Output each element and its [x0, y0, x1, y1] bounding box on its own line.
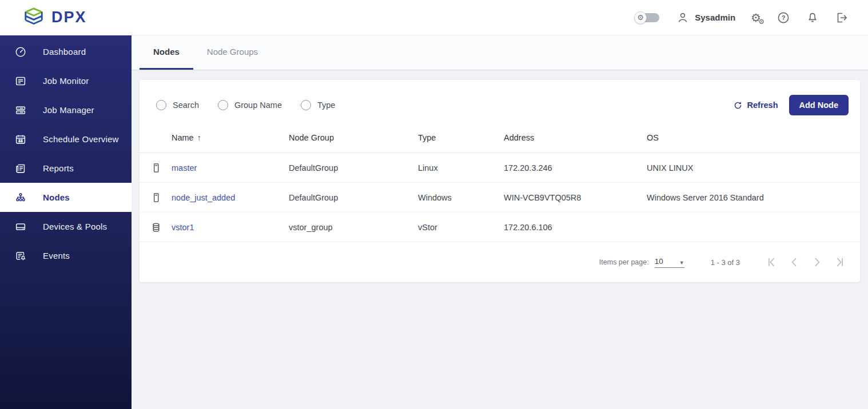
sidebar-item-label: Events [43, 251, 70, 260]
help-icon[interactable]: ? [777, 11, 790, 25]
column-header-node-group[interactable]: Node Group [289, 133, 418, 142]
tab-bar: Nodes Node Groups [132, 35, 868, 70]
node-group-cell: DefaultGroup [289, 163, 418, 173]
add-node-button[interactable]: Add Node [789, 95, 849, 115]
radio-circle-icon [301, 100, 311, 110]
node-address-cell: 172.20.6.106 [504, 223, 647, 232]
refresh-button[interactable]: Refresh [733, 101, 778, 110]
settings-small-gear-icon: ⚙ [758, 18, 765, 25]
items-per-page-select[interactable]: 10 ▼ [655, 257, 684, 268]
first-page-button[interactable] [764, 255, 779, 270]
tab-node-groups[interactable]: Node Groups [193, 35, 272, 70]
sidebar-item-label: Dashboard [43, 47, 86, 57]
node-group-cell: vstor_group [289, 223, 418, 232]
sidebar-item-label: Schedule Overview [43, 134, 119, 144]
sidebar-item-job-monitor[interactable]: Job Monitor [0, 66, 132, 95]
pagination-nav [764, 255, 847, 270]
user-menu[interactable]: Sysadmin [676, 11, 735, 25]
column-header-type[interactable]: Type [418, 133, 504, 142]
node-name-link[interactable]: vstor1 [172, 223, 289, 232]
last-page-button[interactable] [833, 255, 847, 270]
sidebar-item-dashboard[interactable]: Dashboard [0, 37, 132, 66]
table-row[interactable]: master DefaultGroup Linux 172.20.3.246 U… [140, 153, 860, 183]
database-icon [150, 221, 172, 234]
filter-row: Search Group Name Type Refresh Add Node [140, 95, 860, 115]
tab-nodes[interactable]: Nodes [140, 35, 193, 70]
radio-label: Search [173, 101, 199, 110]
sitemap-icon [14, 191, 27, 204]
sidebar-item-job-manager[interactable]: Job Manager [0, 95, 132, 125]
column-header-os[interactable]: OS [647, 133, 860, 142]
logo-text: DPX [51, 9, 87, 26]
node-os-cell: UNIX LINUX [647, 163, 860, 173]
app-logo[interactable]: DPX [22, 7, 87, 29]
items-per-page-label: Items per page: [599, 258, 649, 266]
nodes-panel: Search Group Name Type Refresh Add Node [140, 80, 860, 282]
sidebar-item-label: Job Manager [43, 105, 94, 115]
sidebar-item-events[interactable]: Events [0, 241, 132, 270]
radio-label: Type [317, 101, 335, 110]
node-type-cell: vStor [418, 223, 504, 232]
logout-icon[interactable] [835, 11, 849, 25]
svg-text:?: ? [782, 14, 786, 21]
table-header-row: Name ↑ Node Group Type Address OS [140, 123, 860, 153]
node-name-link[interactable]: node_just_added [172, 193, 289, 202]
stacked-bars-icon [14, 104, 27, 117]
pagination-bar: Items per page: 10 ▼ 1 - 3 of 3 [140, 242, 860, 282]
toggle-gear-icon: ⚙ [634, 11, 647, 24]
sidebar-item-label: Reports [43, 163, 74, 173]
list-bell-icon [14, 250, 27, 262]
user-icon [676, 11, 690, 25]
node-address-cell: WIN-VCB9VTQ05R8 [504, 193, 647, 202]
server-icon [150, 162, 172, 174]
pagination-range: 1 - 3 of 3 [711, 258, 740, 267]
items-per-page-value: 10 [655, 257, 663, 266]
sidebar-item-reports[interactable]: Reports [0, 154, 132, 183]
sidebar-item-schedule-overview[interactable]: Schedule Overview [0, 125, 132, 154]
table-row[interactable]: vstor1 vstor_group vStor 172.20.6.106 [140, 212, 860, 242]
notifications-icon[interactable] [806, 11, 819, 25]
topbar-actions: ⚙ Sysadmin ⚙⚙ ? [634, 11, 849, 25]
radio-type[interactable]: Type [301, 100, 335, 110]
theme-toggle[interactable]: ⚙ [634, 11, 660, 25]
node-type-cell: Windows [418, 193, 504, 202]
tab-label: Nodes [153, 47, 180, 57]
node-name-link[interactable]: master [172, 163, 289, 173]
refresh-label: Refresh [747, 101, 778, 110]
previous-page-button[interactable] [787, 255, 802, 270]
column-header-address[interactable]: Address [504, 133, 647, 142]
list-panel-icon [14, 75, 27, 87]
top-bar: DPX ⚙ Sysadmin ⚙⚙ ? [0, 0, 868, 35]
chevron-down-icon: ▼ [679, 260, 684, 266]
server-icon [150, 191, 172, 204]
newspaper-icon [14, 162, 27, 175]
user-name: Sysadmin [695, 13, 735, 22]
settings-icon[interactable]: ⚙⚙ [751, 12, 761, 23]
sidebar-item-nodes[interactable]: Nodes [0, 183, 132, 212]
main-content: Nodes Node Groups Search Group Name Type [132, 35, 868, 409]
logo-layers-icon [22, 7, 46, 29]
sort-ascending-icon[interactable]: ↑ [197, 133, 201, 142]
nodes-table: Name ↑ Node Group Type Address OS [140, 123, 860, 242]
sidebar-item-label: Job Monitor [43, 76, 89, 86]
sidebar-item-label: Nodes [43, 193, 70, 202]
tab-label: Node Groups [207, 47, 258, 57]
radio-label: Group Name [234, 101, 282, 110]
node-group-cell: DefaultGroup [289, 193, 418, 202]
radio-circle-icon [156, 100, 166, 110]
calendar-icon [14, 133, 27, 146]
radio-group-name[interactable]: Group Name [218, 100, 282, 110]
refresh-icon [733, 101, 743, 110]
node-type-cell: Linux [418, 163, 504, 173]
node-address-cell: 172.20.3.246 [504, 163, 647, 173]
gauge-icon [14, 46, 27, 58]
sidebar-item-label: Devices & Pools [43, 222, 107, 231]
table-row[interactable]: node_just_added DefaultGroup Windows WIN… [140, 183, 860, 212]
column-header-name[interactable]: Name ↑ [172, 133, 289, 142]
radio-circle-icon [218, 100, 228, 110]
next-page-button[interactable] [810, 255, 825, 270]
sidebar: Dashboard Job Monitor Job Manager [0, 35, 132, 409]
radio-search[interactable]: Search [156, 100, 199, 110]
drive-icon [14, 220, 27, 233]
sidebar-item-devices-pools[interactable]: Devices & Pools [0, 212, 132, 241]
